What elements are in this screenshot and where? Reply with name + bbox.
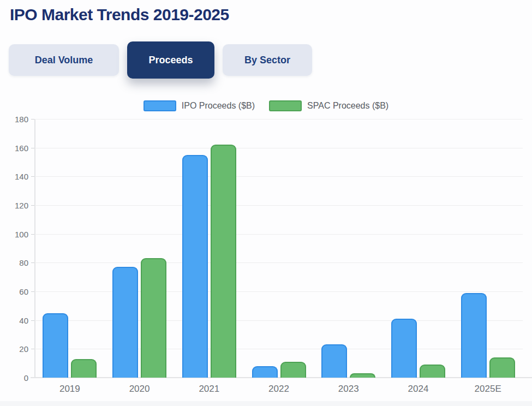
y-axis-tick-label: 100 xyxy=(0,229,28,238)
spac-proceeds-bar-2020[interactable] xyxy=(141,258,166,378)
spac-proceeds-bar-2021[interactable] xyxy=(211,145,236,378)
x-axis-label-2023: 2023 xyxy=(314,384,384,395)
y-axis-tick-label: 40 xyxy=(0,315,28,325)
bar-group-2022 xyxy=(244,119,314,378)
spac-proceeds-bar-2025e[interactable] xyxy=(489,357,515,378)
ipo-proceeds-bar-2023[interactable] xyxy=(321,344,347,378)
y-axis-tick-label: 20 xyxy=(0,344,28,354)
page-title: IPO Market Trends 2019-2025 xyxy=(10,5,229,24)
y-axis-tick-label: 140 xyxy=(0,172,28,181)
y-axis-tick-label: 180 xyxy=(0,115,28,124)
y-axis-tick-label: 0 xyxy=(0,373,28,383)
x-axis-label-2022: 2022 xyxy=(244,384,314,395)
spac-proceeds-swatch-icon xyxy=(269,100,302,111)
bar-groups xyxy=(35,119,523,378)
chart-tab-bar: Deal Volume Proceeds By Sector xyxy=(9,41,312,79)
x-axis-labels: 2019202020212022202320242025E xyxy=(35,384,523,395)
x-axis-label-2020: 2020 xyxy=(105,384,175,395)
legend-label: IPO Proceeds ($B) xyxy=(182,101,255,111)
bar-group-2024 xyxy=(384,119,453,378)
ipo-proceeds-bar-2020[interactable] xyxy=(112,267,138,378)
tab-by-sector[interactable]: By Sector xyxy=(223,44,312,76)
ipo-proceeds-bar-2021[interactable] xyxy=(182,155,208,378)
tab-proceeds[interactable]: Proceeds xyxy=(127,41,214,79)
spac-proceeds-bar-2023[interactable] xyxy=(350,373,375,378)
bar-group-2023 xyxy=(314,119,384,378)
ipo-proceeds-bar-2024[interactable] xyxy=(391,319,417,378)
y-axis-tick-label: 80 xyxy=(0,258,28,267)
ipo-proceeds-swatch-icon xyxy=(144,100,176,111)
bar-chart-plot-area xyxy=(35,119,523,378)
bar-group-2021 xyxy=(174,119,244,378)
bar-group-2019 xyxy=(35,119,105,378)
x-axis-label-2024: 2024 xyxy=(384,384,453,395)
ipo-proceeds-bar-2025e[interactable] xyxy=(461,293,487,378)
y-axis-tick-label: 60 xyxy=(0,287,28,296)
legend-label: SPAC Proceeds ($B) xyxy=(307,101,388,111)
chart-legend: IPO Proceeds ($B) SPAC Proceeds ($B) xyxy=(0,100,532,111)
legend-item-ipo-proceeds[interactable]: IPO Proceeds ($B) xyxy=(144,100,255,111)
ipo-proceeds-bar-2019[interactable] xyxy=(43,313,68,378)
bar-group-2020 xyxy=(105,119,175,378)
spac-proceeds-bar-2024[interactable] xyxy=(420,365,445,378)
x-axis-label-2019: 2019 xyxy=(35,384,105,395)
ipo-market-trends-page: IPO Market Trends 2019-2025 Deal Volume … xyxy=(0,0,532,406)
y-axis-tick-label: 160 xyxy=(0,143,28,152)
x-axis-label-2021: 2021 xyxy=(174,384,244,395)
x-axis-label-2025e: 2025E xyxy=(453,384,523,395)
tab-deal-volume[interactable]: Deal Volume xyxy=(9,44,119,76)
footer-strip xyxy=(0,401,532,406)
bar-group-2025e xyxy=(453,119,523,378)
legend-item-spac-proceeds[interactable]: SPAC Proceeds ($B) xyxy=(269,100,388,111)
spac-proceeds-bar-2022[interactable] xyxy=(280,362,306,378)
spac-proceeds-bar-2019[interactable] xyxy=(71,359,97,378)
ipo-proceeds-bar-2022[interactable] xyxy=(252,366,278,378)
y-axis-tick-label: 120 xyxy=(0,201,28,210)
